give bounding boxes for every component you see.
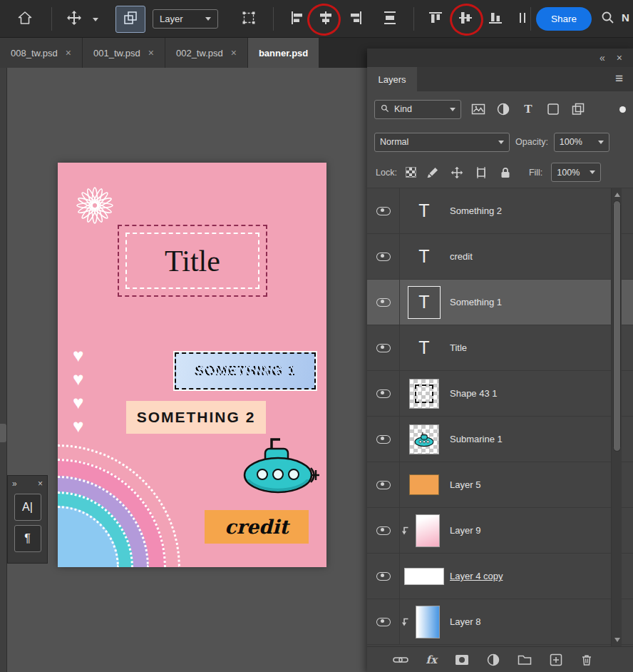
something1-selected-layer[interactable]: SOMETHING 1 (175, 352, 316, 390)
close-panel-button[interactable]: × (617, 52, 622, 63)
new-group-folder-button[interactable] (518, 654, 532, 666)
left-dock-handle[interactable] (0, 424, 6, 442)
paragraph-panel-button[interactable]: ¶ (14, 525, 41, 552)
lock-image-brush-icon[interactable] (425, 165, 441, 180)
lock-artboard-icon[interactable] (473, 165, 489, 180)
tab-banner-active[interactable]: banner.psd (248, 38, 319, 68)
distribute-horizontal-button[interactable] (515, 6, 530, 33)
eye-icon (376, 298, 391, 307)
home-button[interactable] (9, 6, 41, 33)
layer-row-layer-8[interactable]: Layer 8 (367, 599, 633, 645)
filter-smart-objects-icon[interactable] (570, 101, 586, 117)
blue-gradient-thumbnail (416, 606, 440, 638)
close-icon[interactable]: × (231, 47, 237, 58)
layer-row-shape-43-1[interactable]: Shape 43 1 (367, 371, 633, 417)
panel-menu-icon[interactable]: ≡ (615, 71, 623, 86)
link-layers-button[interactable] (393, 655, 408, 665)
divider (530, 7, 531, 31)
visibility-toggle[interactable] (367, 280, 400, 325)
layer-row-something-1-selected[interactable]: T Something 1 (367, 280, 633, 325)
something2-layer[interactable]: SOMETHING 2 (126, 401, 266, 434)
close-icon[interactable]: × (38, 479, 43, 489)
filter-shape-layers-icon[interactable] (545, 101, 561, 117)
text-layer-thumbnail: T (418, 200, 429, 221)
panel-header: « × (367, 49, 633, 67)
distribute-vertical-centers-button[interactable] (376, 6, 403, 33)
collapse-panel-button[interactable]: « (599, 52, 605, 63)
filter-toggle-dot[interactable] (619, 106, 626, 113)
visibility-toggle[interactable] (367, 234, 400, 279)
visibility-toggle[interactable] (367, 371, 400, 416)
tab-001-tw[interactable]: 001_tw.psd× (83, 38, 165, 68)
submarine-illustration[interactable] (237, 434, 321, 501)
transform-controls-icon (241, 10, 257, 29)
layer-name: Layer 9 (450, 525, 480, 536)
align-right-icon (347, 9, 364, 29)
search-button[interactable] (597, 6, 619, 33)
opacity-field[interactable]: 100% (554, 133, 609, 152)
scroll-up-arrow[interactable] (614, 193, 620, 197)
share-label: Share (551, 14, 577, 24)
align-bottom-edges-button[interactable] (482, 6, 509, 33)
move-tool-button[interactable] (60, 6, 88, 33)
layer-row-something-2[interactable]: T Something 2 (367, 188, 633, 234)
tab-008-tw[interactable]: 008_tw.psd× (0, 38, 82, 68)
filter-pixel-layers-icon[interactable] (470, 101, 486, 117)
new-layer-button[interactable] (550, 653, 562, 666)
adjustment-layer-button[interactable] (487, 653, 500, 666)
character-panel-button[interactable]: A| (14, 494, 41, 521)
align-right-edges-button[interactable] (342, 6, 369, 33)
visibility-toggle[interactable] (367, 599, 400, 644)
blend-mode-dropdown[interactable]: Normal (374, 133, 510, 152)
tab-layers[interactable]: Layers (367, 67, 417, 91)
visibility-toggle[interactable] (367, 325, 400, 370)
visibility-toggle[interactable] (367, 462, 400, 507)
layer-row-layer-5[interactable]: Layer 5 (367, 462, 633, 508)
align-horizontal-centers-button[interactable] (312, 6, 339, 33)
delete-layer-trash-button[interactable] (580, 653, 593, 666)
layer-row-layer-4-copy[interactable]: Layer 4 copy (367, 554, 633, 599)
add-layer-mask-button[interactable] (455, 654, 469, 666)
fill-field[interactable]: 100% (551, 163, 601, 182)
flower-doodle-icon (75, 185, 115, 228)
filter-adjustment-layers-icon[interactable] (495, 101, 511, 117)
lock-position-icon[interactable] (449, 165, 465, 180)
title-text-frame[interactable]: Title (118, 225, 267, 297)
visibility-toggle[interactable] (367, 554, 400, 599)
layer-row-layer-9[interactable]: Layer 9 (367, 508, 633, 554)
visibility-toggle[interactable] (367, 508, 400, 553)
fill-label: Fill: (529, 168, 542, 178)
close-icon[interactable]: × (66, 47, 71, 58)
eye-icon (376, 390, 391, 398)
credit-layer[interactable]: credit (205, 510, 309, 544)
layer-row-title[interactable]: T Title (367, 325, 633, 371)
expand-panel-button[interactable]: » (12, 479, 17, 489)
auto-select-layer-toggle[interactable] (115, 6, 145, 33)
text-glyph: T (418, 292, 429, 312)
tab-002-tw[interactable]: 002_tw.psd× (165, 38, 247, 68)
visibility-toggle[interactable] (367, 188, 400, 233)
move-tool-dropdown[interactable] (90, 6, 101, 33)
scroll-down-arrow[interactable] (614, 638, 620, 642)
visibility-toggle[interactable] (367, 417, 400, 462)
align-left-edges-button[interactable] (284, 6, 311, 33)
opacity-label: Opacity: (515, 137, 548, 147)
align-vertical-centers-button[interactable] (452, 6, 479, 33)
scrollbar-thumb[interactable] (613, 200, 621, 452)
kind-filter-dropdown[interactable]: Kind (374, 100, 461, 119)
auto-select-target-dropdown[interactable]: Layer (153, 9, 218, 29)
share-button[interactable]: Share (536, 7, 592, 31)
canvas-artwork[interactable]: Title ♥ ♥ ♥ ♥ SOMETHING 1 SOMETHING 2 cr… (58, 163, 326, 567)
align-top-edges-button[interactable] (422, 6, 449, 33)
lock-all-icon[interactable] (498, 165, 513, 180)
layer-row-credit[interactable]: T credit (367, 234, 633, 280)
show-transform-controls-toggle[interactable] (234, 6, 264, 33)
lock-transparency-icon[interactable] (406, 167, 416, 178)
heart-icon: ♥ (73, 370, 83, 388)
layer-row-submarine-1[interactable]: Submarine 1 (367, 417, 633, 462)
layer-style-fx-button[interactable]: fx (426, 653, 437, 666)
filter-type-layers-icon[interactable]: T (520, 101, 536, 117)
layers-scrollbar[interactable] (611, 188, 622, 646)
close-icon[interactable]: × (148, 47, 154, 58)
eye-icon (376, 435, 391, 444)
